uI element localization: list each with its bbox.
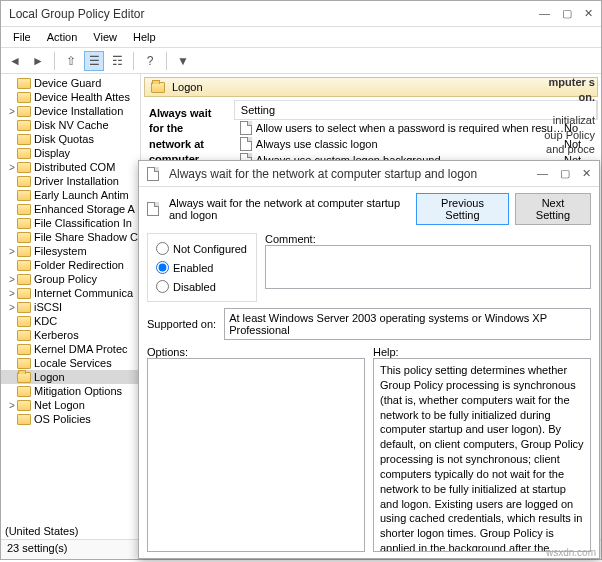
tree-item[interactable]: Device Guard	[1, 76, 140, 90]
forward-icon[interactable]: ►	[28, 51, 48, 71]
dialog-titlebar[interactable]: Always wait for the network at computer …	[139, 161, 599, 187]
dialog-close-icon[interactable]: ✕	[582, 167, 591, 180]
comment-textbox[interactable]	[265, 245, 591, 289]
minimize-icon[interactable]: —	[539, 7, 550, 20]
crumb-label: Logon	[172, 81, 203, 93]
tree-label: File Classification In	[34, 217, 132, 229]
folder-icon	[17, 274, 31, 285]
folder-icon	[17, 218, 31, 229]
menu-view[interactable]: View	[87, 29, 123, 45]
tree-item[interactable]: File Share Shadow C	[1, 230, 140, 244]
tree-label: Disk NV Cache	[34, 119, 109, 131]
folder-icon	[17, 302, 31, 313]
folder-icon	[17, 92, 31, 103]
tree-label: Disk Quotas	[34, 133, 94, 145]
tree-label: Display	[34, 147, 70, 159]
tree-item[interactable]: Folder Redirection	[1, 258, 140, 272]
supported-text: At least Windows Server 2003 operating s…	[224, 308, 591, 340]
page-icon	[240, 137, 252, 151]
folder-icon	[17, 134, 31, 145]
next-setting-button[interactable]: Next Setting	[515, 193, 591, 225]
tree-label: Device Health Attes	[34, 91, 130, 103]
tree-item[interactable]: Disk NV Cache	[1, 118, 140, 132]
tree-item[interactable]: >Internet Communica	[1, 286, 140, 300]
tree-item[interactable]: OS Policies	[1, 412, 140, 426]
tree-item[interactable]: Device Health Attes	[1, 90, 140, 104]
tree-item[interactable]: Kerberos	[1, 328, 140, 342]
tree-label: iSCSI	[34, 301, 62, 313]
tree-label: Distributed COM	[34, 161, 115, 173]
dialog-minimize-icon[interactable]: —	[537, 167, 548, 180]
folder-icon	[17, 386, 31, 397]
dialog-title: Always wait for the network at computer …	[169, 167, 477, 181]
menu-file[interactable]: File	[7, 29, 37, 45]
tree-item[interactable]: Disk Quotas	[1, 132, 140, 146]
list-icon[interactable]: ☶	[107, 51, 127, 71]
radio-not-configured[interactable]: Not Configured	[156, 242, 248, 255]
tree-label: Device Installation	[34, 105, 123, 117]
tree-item[interactable]: KDC	[1, 314, 140, 328]
comment-label: Comment:	[265, 233, 591, 245]
tree-item[interactable]: Mitigation Options	[1, 384, 140, 398]
page-icon	[147, 167, 159, 181]
tree-item[interactable]: >Filesystem	[1, 244, 140, 258]
tree-label: Mitigation Options	[34, 385, 122, 397]
radio-enabled[interactable]: Enabled	[156, 261, 248, 274]
tree-item[interactable]: >iSCSI	[1, 300, 140, 314]
previous-setting-button[interactable]: Previous Setting	[416, 193, 509, 225]
folder-icon	[17, 106, 31, 117]
back-icon[interactable]: ◄	[5, 51, 25, 71]
tree-item[interactable]: >Distributed COM	[1, 160, 140, 174]
tree-pane[interactable]: Device GuardDevice Health Attes>Device I…	[1, 74, 141, 539]
dialog-maximize-icon[interactable]: ▢	[560, 167, 570, 180]
up-icon[interactable]: ⇧	[61, 51, 81, 71]
truncated-background-text: mputer s on. initializat oup Policy and …	[544, 75, 595, 157]
tree-item[interactable]: >Net Logon	[1, 398, 140, 412]
tree-item[interactable]: Driver Installation	[1, 174, 140, 188]
tree-label: Internet Communica	[34, 287, 133, 299]
details-icon[interactable]: ☰	[84, 51, 104, 71]
main-toolbar: ◄ ► ⇧ ☰ ☶ ? ▼	[1, 48, 601, 74]
options-label: Options:	[147, 346, 365, 358]
main-titlebar: Local Group Policy Editor — ▢ ✕	[1, 1, 601, 27]
help-text[interactable]: This policy setting determines whether G…	[373, 358, 591, 552]
tree-item[interactable]: Enhanced Storage A	[1, 202, 140, 216]
close-icon[interactable]: ✕	[584, 7, 593, 20]
folder-icon	[17, 414, 31, 425]
tree-label: KDC	[34, 315, 57, 327]
folder-icon	[17, 288, 31, 299]
folder-icon	[17, 330, 31, 341]
folder-icon	[17, 316, 31, 327]
filter-icon[interactable]: ▼	[173, 51, 193, 71]
folder-icon	[17, 120, 31, 131]
tree-label: Kernel DMA Protec	[34, 343, 128, 355]
folder-icon	[17, 148, 31, 159]
help-label: Help:	[373, 346, 591, 358]
menu-action[interactable]: Action	[41, 29, 84, 45]
menu-help[interactable]: Help	[127, 29, 162, 45]
tree-item[interactable]: Display	[1, 146, 140, 160]
tree-item[interactable]: File Classification In	[1, 216, 140, 230]
folder-icon	[17, 162, 31, 173]
maximize-icon[interactable]: ▢	[562, 7, 572, 20]
tree-label: Driver Installation	[34, 175, 119, 187]
col-setting[interactable]: Setting	[235, 101, 597, 119]
tree-item[interactable]: >Group Policy	[1, 272, 140, 286]
tree-item[interactable]: >Device Installation	[1, 104, 140, 118]
tree-item[interactable]: Locale Services	[1, 356, 140, 370]
tree-item[interactable]: Kernel DMA Protec	[1, 342, 140, 356]
folder-icon	[17, 176, 31, 187]
folder-icon	[17, 344, 31, 355]
folder-icon	[17, 78, 31, 89]
tree-item[interactable]: Logon	[1, 370, 140, 384]
radio-disabled[interactable]: Disabled	[156, 280, 248, 293]
tree-label: Group Policy	[34, 273, 97, 285]
folder-icon	[17, 358, 31, 369]
tree-label: Locale Services	[34, 357, 112, 369]
main-title: Local Group Policy Editor	[9, 7, 144, 21]
help-icon[interactable]: ?	[140, 51, 160, 71]
tree-item[interactable]: Early Launch Antim	[1, 188, 140, 202]
status-count: 23 setting(s)	[7, 542, 68, 557]
page-icon	[147, 202, 159, 216]
options-box[interactable]	[147, 358, 365, 552]
